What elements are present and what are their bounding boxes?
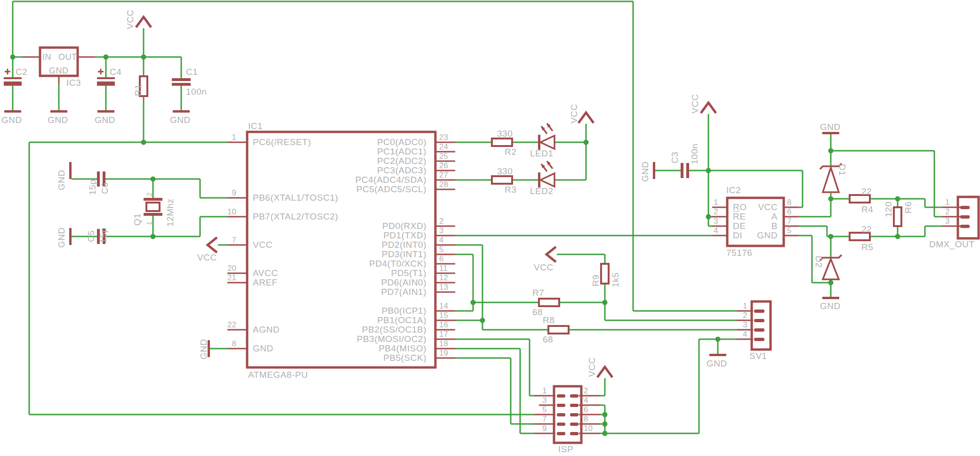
ic2-pin-number: 2 bbox=[714, 207, 718, 217]
ic1-pin-number: 16 bbox=[439, 320, 448, 330]
r9-ref: R9 bbox=[591, 275, 601, 286]
gnd-label: GND bbox=[199, 339, 209, 359]
ic1-pin-number: 9 bbox=[219, 188, 236, 198]
ic1-pin-name: PD3(INT1) bbox=[332, 249, 426, 259]
vcc-arrow-leds bbox=[578, 113, 594, 123]
wires bbox=[13, 1, 942, 433]
ic1-pin-number: 28 bbox=[439, 179, 448, 189]
isp-pin-number: 1 bbox=[542, 386, 546, 396]
ic1-pin-number: 21 bbox=[219, 273, 236, 283]
ic1-pin-number: 17 bbox=[439, 329, 448, 339]
isp-pin-number: 8 bbox=[584, 414, 588, 424]
r3-value: 330 bbox=[497, 166, 513, 176]
ic1-pin-number: 22 bbox=[219, 320, 236, 330]
ic2-pin-name: RE bbox=[733, 212, 746, 221]
ic2-pin-name: DE bbox=[733, 221, 746, 231]
ic2-pin-number: 6 bbox=[787, 207, 791, 217]
ic2-pin-number: 3 bbox=[714, 216, 718, 226]
led2-ref: LED2 bbox=[530, 186, 554, 196]
r5-value: 22 bbox=[861, 224, 872, 234]
gnd-label: GND bbox=[1, 115, 22, 125]
c6-ref: C6 bbox=[100, 182, 110, 194]
ic1-pin-number: 6 bbox=[439, 254, 443, 264]
gnd-label: GND bbox=[48, 115, 68, 125]
c3-ref: C3 bbox=[670, 152, 680, 163]
gnd-label: GND bbox=[170, 115, 191, 125]
ic1-pin-name: AVCC bbox=[253, 268, 278, 278]
ic2-pin-name: B bbox=[749, 221, 778, 231]
ic2-pin-name-overline: R bbox=[733, 212, 739, 221]
ic1-pin-name: PC2(ADC2) bbox=[332, 156, 426, 166]
r7-value: 68 bbox=[532, 307, 543, 317]
ic2-pin-number: 1 bbox=[714, 197, 718, 207]
ic1-pin-number: 14 bbox=[439, 301, 448, 311]
resistor-r2 bbox=[492, 138, 512, 146]
ic1-pin-number: 12 bbox=[439, 273, 448, 283]
vcc-label: VCC bbox=[125, 9, 135, 29]
ic1-pin-number: 19 bbox=[439, 348, 448, 358]
gnd-label: GND bbox=[56, 227, 66, 248]
q1-pin1: 1 bbox=[144, 221, 154, 225]
ic2-pin-name: GND bbox=[749, 230, 778, 240]
isp-pin-number: 4 bbox=[584, 395, 588, 405]
ic1-pin-name: PC4(ADC4/SDA) bbox=[332, 175, 426, 185]
sv1-pin-number: 4 bbox=[743, 329, 747, 339]
ic3-pin-gnd: GND bbox=[49, 66, 69, 76]
isp-pin-number: 5 bbox=[542, 405, 546, 415]
c2-ref: C2 bbox=[16, 67, 27, 77]
resistor-r6 bbox=[894, 207, 901, 226]
ic1-pin-name: PD2(INT0) bbox=[332, 240, 426, 250]
ic1-pin-number: 10 bbox=[219, 207, 236, 217]
ic2-pin-name: DI bbox=[733, 230, 742, 240]
ic1-part: ATMEGA8-PU bbox=[248, 370, 308, 380]
ic1-pin-name: PD5(T1) bbox=[332, 268, 426, 278]
capacitor-c2 bbox=[4, 77, 22, 79]
ic3-pin-in: IN bbox=[42, 52, 51, 62]
ic1-pin-name: GND bbox=[253, 343, 273, 353]
ic1-pin-name: PB6(XTAL1/TOSC1) bbox=[253, 193, 338, 203]
vcc-arrow-ic1-pin7 bbox=[208, 237, 217, 252]
led1-symbol bbox=[538, 123, 554, 150]
led2-symbol bbox=[538, 161, 554, 187]
gnd-label: GND bbox=[95, 115, 115, 125]
ic1-pin-number: 1 bbox=[219, 132, 236, 142]
ic1-pin-name: PC3(ADC3) bbox=[332, 165, 426, 175]
crystal-q1-symbol bbox=[144, 198, 162, 216]
vcc-label: VCC bbox=[534, 262, 554, 272]
ic1-pin-number: 24 bbox=[439, 142, 448, 152]
sv1-pin-number: 2 bbox=[743, 310, 747, 320]
ic1-pin-number: 2 bbox=[439, 216, 443, 226]
gnd-label: GND bbox=[820, 301, 841, 311]
r6-value: 120 bbox=[884, 202, 893, 217]
ic1-pin-number: 25 bbox=[439, 151, 448, 161]
ic1-pin-name: AGND bbox=[253, 325, 280, 334]
sv1-ref: SV1 bbox=[749, 351, 767, 361]
q1-ref: Q1 bbox=[132, 213, 142, 226]
resistor-r9 bbox=[601, 264, 609, 284]
r8-ref: R8 bbox=[543, 315, 554, 325]
ic1-pin-name: PD1(TXD) bbox=[332, 230, 426, 240]
sv1-box bbox=[752, 301, 771, 350]
d1-ref: D1 bbox=[837, 164, 847, 176]
ic1-pin-number: 5 bbox=[439, 244, 443, 254]
c5-ref: C5 bbox=[86, 230, 96, 242]
ic1-pin-number: 4 bbox=[439, 235, 443, 245]
ic1-pin-number: 7 bbox=[219, 235, 236, 245]
schematic-canvas: VCC C2 IN OUT GND IC3 C4 R1 C1 100n GND … bbox=[0, 0, 980, 456]
d2-ref: D2 bbox=[814, 256, 824, 268]
r6-ref: R6 bbox=[903, 202, 913, 213]
sv1-pin-number: 3 bbox=[743, 320, 747, 330]
ic1-pin-name: PB4(MISO) bbox=[332, 343, 426, 353]
q1-value: 12Mhz bbox=[165, 198, 175, 227]
ic1-pin-number: 20 bbox=[219, 263, 236, 273]
ic2-ref: IC2 bbox=[726, 185, 741, 195]
ic1-pin-number: 26 bbox=[439, 161, 448, 171]
ic1-pin-number: 3 bbox=[439, 226, 443, 236]
ic2-pin-name: A bbox=[749, 212, 778, 221]
ic3-pin-out: OUT bbox=[58, 52, 77, 62]
ic2-pin-number: 8 bbox=[787, 197, 791, 207]
ic1-pin-name: PB0(ICP1) bbox=[332, 306, 426, 316]
circuit-graphics bbox=[0, 0, 980, 456]
gnd-label: GND bbox=[640, 161, 650, 182]
ic2-pin-number: 5 bbox=[787, 226, 791, 236]
